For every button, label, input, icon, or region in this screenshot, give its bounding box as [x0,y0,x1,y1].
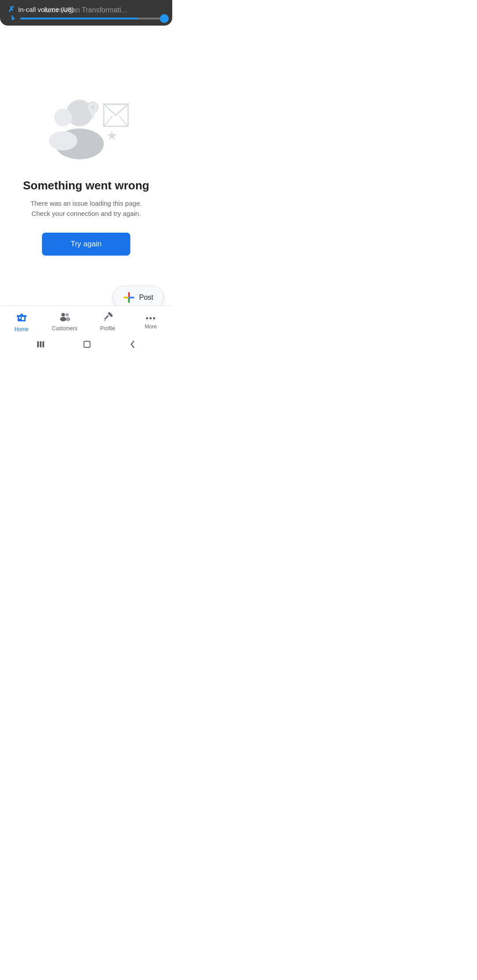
back-button-icon [129,340,136,348]
svg-marker-28 [104,320,106,321]
post-fab-label: Post [139,294,153,302]
svg-rect-29 [108,312,113,317]
home-shop-icon [16,312,27,323]
customers-people-icon [59,312,70,322]
error-title: Something went wrong [23,179,149,192]
error-subtitle: There was an issue loading this page. Ch… [24,199,148,219]
home-icon [16,312,27,324]
more-icon [146,312,155,322]
customers-icon [59,312,70,324]
svg-line-10 [119,116,128,126]
recent-apps-icon [37,341,45,348]
svg-point-5 [91,106,95,109]
svg-point-2 [54,109,72,126]
sys-nav-back[interactable] [129,340,136,350]
profile-icon [103,312,113,324]
app-title: itcoinvegan Transformati... [44,6,163,14]
svg-rect-33 [37,341,39,347]
system-nav-bar [0,337,172,353]
svg-rect-20 [22,317,24,320]
nav-item-home[interactable]: Home [0,309,43,335]
nav-item-more[interactable]: More [129,309,173,332]
svg-line-9 [104,116,113,126]
svg-point-24 [60,317,66,321]
svg-rect-19 [19,317,21,319]
nav-label-home: Home [15,326,29,332]
svg-point-30 [146,317,148,320]
bluetooth-icon: ✗ [8,4,15,14]
volume-bar[interactable] [8,18,164,19]
volume-knob [160,14,169,23]
volume-track[interactable] [20,18,164,19]
google-plus-icon [123,292,135,303]
volume-fill [20,18,138,19]
nav-label-profile: Profile [100,325,115,332]
home-button-icon [83,340,91,348]
sys-nav-home[interactable] [83,340,91,350]
nav-label-customers: Customers [52,325,77,332]
volume-overlay: itcoinvegan Transformati... ✗ In-call vo… [0,0,172,26]
svg-point-26 [66,317,70,321]
svg-point-23 [61,313,65,317]
profile-pencil-icon [103,312,113,322]
sys-nav-recent[interactable] [37,341,45,350]
bottom-nav: Home Customers Profile [0,305,172,337]
svg-point-32 [153,317,155,320]
nav-label-more: More [145,324,157,330]
nav-item-profile[interactable]: Profile [86,309,129,334]
svg-point-3 [49,131,77,151]
svg-rect-34 [40,341,42,347]
svg-rect-22 [20,314,23,316]
svg-marker-11 [107,131,117,140]
svg-point-25 [66,313,69,317]
svg-point-31 [150,317,152,320]
try-again-button[interactable]: Try again [42,233,130,256]
svg-rect-36 [84,341,90,347]
svg-rect-27 [104,315,109,320]
svg-marker-8 [104,104,128,115]
svg-rect-35 [42,341,44,347]
error-illustration [42,80,130,168]
error-svg [42,80,130,168]
nav-item-customers[interactable]: Customers [43,309,87,334]
bluetooth-icon-bar [8,14,18,23]
more-dots-icon [146,317,155,320]
